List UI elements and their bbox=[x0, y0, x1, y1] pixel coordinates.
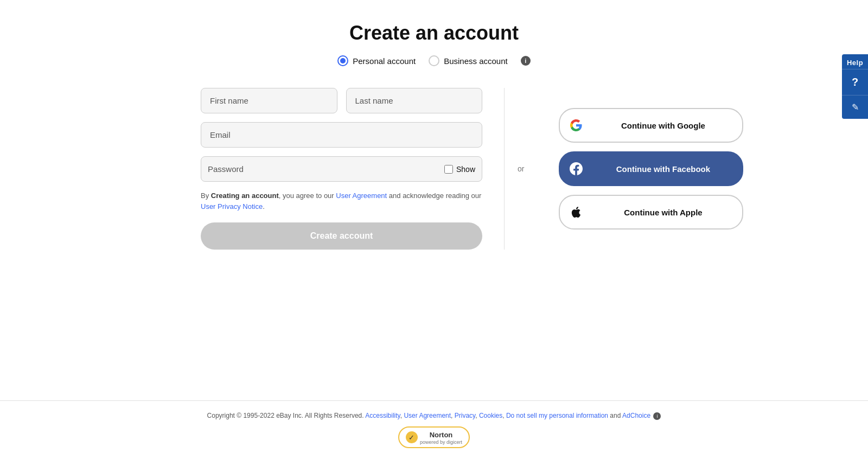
business-account-option[interactable]: Business account bbox=[429, 55, 508, 66]
facebook-icon bbox=[569, 161, 584, 176]
help-label: Help bbox=[847, 54, 863, 69]
edit-icon: ✎ bbox=[852, 102, 859, 112]
show-checkbox-wrapper: Show bbox=[444, 165, 475, 174]
email-input[interactable] bbox=[201, 122, 482, 148]
norton-badge: ✓ Norton powered by digicert bbox=[398, 426, 470, 448]
norton-check-icon: ✓ bbox=[406, 431, 418, 443]
footer-links: Copyright © 1995-2022 eBay Inc. All Righ… bbox=[0, 412, 868, 420]
norton-text-block: Norton powered by digicert bbox=[420, 430, 462, 445]
password-row: Show bbox=[201, 156, 482, 182]
apple-icon bbox=[569, 205, 584, 220]
form-right: Continue with Google Continue with Faceb… bbox=[537, 88, 743, 250]
business-info-icon[interactable]: i bbox=[521, 56, 531, 66]
page-wrapper: Create an account Personal account Busin… bbox=[0, 0, 868, 459]
last-name-input[interactable] bbox=[346, 88, 483, 113]
create-account-button[interactable]: Create account bbox=[201, 222, 482, 250]
google-icon bbox=[569, 118, 584, 133]
password-input[interactable] bbox=[208, 157, 444, 181]
business-radio[interactable] bbox=[429, 55, 439, 66]
google-btn-text: Continue with Google bbox=[592, 121, 733, 130]
account-type-row: Personal account Business account i bbox=[337, 55, 530, 66]
continue-with-google-button[interactable]: Continue with Google bbox=[559, 108, 743, 143]
do-not-sell-link[interactable]: Do not sell my personal information bbox=[506, 412, 608, 419]
form-social-divider: Show By Creating an account, you agree t… bbox=[201, 88, 667, 250]
norton-sub-label: powered by digicert bbox=[420, 439, 462, 445]
help-question-button[interactable]: ? bbox=[842, 69, 868, 95]
and-text: and bbox=[610, 412, 622, 419]
privacy-footer-link[interactable]: Privacy bbox=[455, 412, 475, 419]
show-password-checkbox[interactable] bbox=[444, 165, 453, 174]
copyright-text: Copyright © 1995-2022 eBay Inc. All Righ… bbox=[207, 412, 364, 419]
privacy-notice-link[interactable]: User Privacy Notice bbox=[201, 202, 263, 211]
legal-text: By Creating an account, you agree to our… bbox=[201, 190, 482, 212]
business-account-label: Business account bbox=[444, 56, 508, 66]
help-panel: Help ? ✎ bbox=[842, 54, 868, 119]
cookies-link[interactable]: Cookies bbox=[479, 412, 502, 419]
name-row bbox=[201, 88, 482, 113]
or-divider: or bbox=[505, 88, 537, 250]
user-agreement-link[interactable]: User Agreement bbox=[336, 192, 387, 200]
footer: Copyright © 1995-2022 eBay Inc. All Righ… bbox=[0, 400, 868, 459]
continue-with-apple-button[interactable]: Continue with Apple bbox=[559, 195, 743, 229]
accessibility-link[interactable]: Accessibility bbox=[365, 412, 400, 419]
continue-with-facebook-button[interactable]: Continue with Facebook bbox=[559, 151, 743, 186]
user-agreement-footer-link[interactable]: User Agreement bbox=[404, 412, 451, 419]
adchoice-icon: i bbox=[653, 412, 661, 420]
help-edit-button[interactable]: ✎ bbox=[842, 95, 868, 119]
adchoice-link[interactable]: AdChoice bbox=[622, 412, 650, 419]
personal-radio[interactable] bbox=[337, 55, 348, 66]
personal-account-label: Personal account bbox=[353, 56, 416, 66]
email-row bbox=[201, 122, 482, 148]
page-title: Create an account bbox=[349, 22, 519, 44]
norton-label: Norton bbox=[430, 431, 453, 439]
main-content: Create an account Personal account Busin… bbox=[0, 0, 868, 400]
facebook-btn-text: Continue with Facebook bbox=[592, 164, 733, 174]
first-name-input[interactable] bbox=[201, 88, 337, 113]
form-left: Show By Creating an account, you agree t… bbox=[201, 88, 505, 250]
personal-account-option[interactable]: Personal account bbox=[337, 55, 416, 66]
apple-btn-text: Continue with Apple bbox=[592, 208, 733, 217]
question-mark-icon: ? bbox=[852, 76, 858, 88]
password-input-wrapper: Show bbox=[201, 156, 482, 182]
show-password-label[interactable]: Show bbox=[456, 165, 475, 174]
